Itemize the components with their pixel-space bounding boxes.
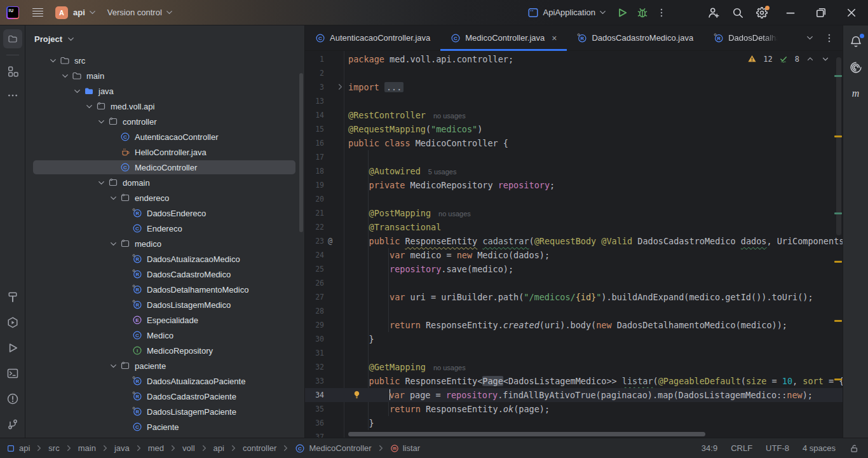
structure-tool-button[interactable] <box>3 62 22 81</box>
breadcrumb-api[interactable]: api <box>214 443 224 453</box>
lock-icon[interactable] <box>849 443 859 454</box>
editor-tab-AutenticacaoController.java[interactable]: C AutenticacaoController.java <box>305 25 440 50</box>
code-line-19[interactable]: 19 private MedicoRepository repository; <box>305 178 843 192</box>
close-button[interactable] <box>843 4 860 22</box>
code-line-29[interactable]: 29 return ResponseEntity.created(uri).bo… <box>305 318 843 332</box>
breadcrumb-MedicoController[interactable]: C MedicoController <box>295 443 371 454</box>
code-line-16[interactable]: 16public class MedicoController { <box>305 136 843 150</box>
run-tool-button[interactable] <box>3 338 22 357</box>
terminal-tool-button[interactable] <box>3 364 22 383</box>
code-line-18[interactable]: 18 @Autowired5 usages <box>305 164 843 178</box>
tree-item-paciente[interactable]: paciente <box>25 358 304 373</box>
notifications-button[interactable] <box>846 32 865 51</box>
tree-item-src[interactable]: src <box>25 53 304 68</box>
project-panel-header[interactable]: Project <box>25 25 304 52</box>
project-scrollbar[interactable] <box>299 73 303 232</box>
editor-scrollbar[interactable] <box>836 57 841 235</box>
code-line-36[interactable]: 36 } <box>305 416 843 430</box>
tree-item-HelloController.java[interactable]: HelloController.java <box>25 144 304 160</box>
maven-tool-button[interactable]: m <box>846 84 865 103</box>
services-tool-button[interactable] <box>3 313 22 332</box>
code-line-3[interactable]: 3import ... <box>305 80 843 94</box>
more-actions-button[interactable] <box>653 4 670 21</box>
line-ending[interactable]: CRLF <box>731 443 752 453</box>
breadcrumb-main[interactable]: main <box>78 443 96 453</box>
caret-position[interactable]: 34:9 <box>702 443 717 453</box>
editor-tab-DadosCadastroMedico.java[interactable]: R DadosCadastroMedico.java <box>567 25 703 50</box>
main-menu-icon[interactable] <box>32 8 43 17</box>
code-line-34[interactable]: 34 var page = repository.findAllByAtivoT… <box>305 388 843 402</box>
code-line-23[interactable]: 23@ public ResponseEntity cadastrar(@Req… <box>305 234 843 248</box>
build-tool-button[interactable] <box>3 288 22 307</box>
code-line-24[interactable]: 24 var medico = new Medico(dados); <box>305 248 843 262</box>
breadcrumb-controller[interactable]: controller <box>243 443 276 453</box>
prev-problem-icon[interactable] <box>806 55 815 64</box>
breadcrumb-voll[interactable]: voll <box>182 443 195 453</box>
code-line-26[interactable]: 26 <box>305 276 843 290</box>
tree-item-endereco[interactable]: endereco <box>25 190 304 205</box>
code-line-2[interactable]: 2 <box>305 66 843 80</box>
code-line-13[interactable]: 13 <box>305 94 843 108</box>
code-line-31[interactable]: 31 <box>305 346 843 360</box>
code-line-27[interactable]: 27 var uri = uriBuilder.path("/medicos/{… <box>305 290 843 304</box>
indent-setting[interactable]: 4 spaces <box>803 443 836 453</box>
tree-item-MedicoController[interactable]: C MedicoController <box>25 160 304 175</box>
code-line-21[interactable]: 21 @PostMappingno usages <box>305 206 843 220</box>
breadcrumb-api[interactable]: api <box>6 443 30 453</box>
vcs-menu[interactable]: Version control <box>107 8 174 17</box>
tree-item-med.voll.api[interactable]: med.voll.api <box>25 99 304 114</box>
code-line-17[interactable]: 17 <box>305 150 843 164</box>
code-editor[interactable]: 1package med.voll.api.controller;23impor… <box>305 51 843 438</box>
tree-item-DadosListagemMedico[interactable]: R DadosListagemMedico <box>25 297 304 312</box>
tree-item-main[interactable]: main <box>25 68 304 83</box>
hidden-tabs-icon[interactable] <box>805 33 815 43</box>
debug-button[interactable] <box>634 4 651 21</box>
code-line-22[interactable]: 22 @Transactional <box>305 220 843 234</box>
tree-item-DadosCadastroPaciente[interactable]: R DadosCadastroPaciente <box>25 389 304 404</box>
problems-tool-button[interactable] <box>3 389 22 408</box>
code-line-20[interactable]: 20 <box>305 192 843 206</box>
code-line-25[interactable]: 25 repository.save(medico); <box>305 262 843 276</box>
minimize-button[interactable] <box>782 4 799 22</box>
tree-item-java[interactable]: java <box>25 83 304 99</box>
version-control-tool-button[interactable] <box>3 415 22 434</box>
annotation-gutter-icon[interactable]: @ <box>328 234 332 248</box>
fold-arrow-icon[interactable] <box>336 82 345 92</box>
code-line-30[interactable]: 30 } <box>305 332 843 346</box>
tree-item-Paciente[interactable]: C Paciente <box>25 419 304 434</box>
warning-count[interactable]: 12 <box>763 55 772 64</box>
breadcrumb-java[interactable]: java <box>114 443 130 453</box>
restore-button[interactable] <box>812 4 830 22</box>
tree-item-AutenticacaoController[interactable]: C AutenticacaoController <box>25 129 304 144</box>
search-everywhere-button[interactable] <box>729 4 746 21</box>
tree-item-Especialidade[interactable]: E Especialidade <box>25 312 304 328</box>
editor-tab-DadosDetalha[interactable]: R DadosDetalhamentoMedico <box>703 25 788 50</box>
tree-item-DadosListagemPaciente[interactable]: R DadosListagemPaciente <box>25 404 304 419</box>
more-tools-button[interactable] <box>3 86 22 105</box>
tab-options-icon[interactable] <box>824 32 835 44</box>
intention-bulb-icon[interactable] <box>352 390 362 399</box>
code-line-15[interactable]: 15@RequestMapping("medicos") <box>305 122 843 136</box>
spring-tool-button[interactable] <box>846 58 865 77</box>
tree-item-DadosEndereco[interactable]: R DadosEndereco <box>25 205 304 221</box>
code-line-28[interactable]: 28 <box>305 304 843 318</box>
run-button[interactable] <box>614 4 630 21</box>
settings-button[interactable] <box>754 4 770 21</box>
tree-item-DadosAtualizacaoMedico[interactable]: R DadosAtualizacaoMedico <box>25 251 304 267</box>
encoding[interactable]: UTF-8 <box>766 443 789 453</box>
close-tab-icon[interactable]: × <box>552 33 557 43</box>
breadcrumb-src[interactable]: src <box>48 443 59 453</box>
code-with-me-button[interactable] <box>705 4 722 21</box>
code-line-32[interactable]: 32 @GetMappingno usages <box>305 360 843 374</box>
inspections-widget[interactable]: 12 8 <box>747 54 830 64</box>
horizontal-scrollbar[interactable] <box>348 432 705 436</box>
tree-item-DadosAtualizacaoPaciente[interactable]: R DadosAtualizacaoPaciente <box>25 373 304 389</box>
code-line-14[interactable]: 14@RestControllerno usages <box>305 108 843 122</box>
run-config-selector[interactable]: ApiApplication <box>527 7 607 18</box>
project-selector[interactable]: A api <box>55 6 97 19</box>
next-problem-icon[interactable] <box>821 55 830 64</box>
tree-item-DadosDetalhamentoMedico[interactable]: R DadosDetalhamentoMedico <box>25 282 304 297</box>
project-tool-button[interactable] <box>3 29 22 48</box>
breadcrumb-listar[interactable]: m listar <box>390 443 420 453</box>
tree-item-MedicoRepository[interactable]: I MedicoRepository <box>25 343 304 358</box>
